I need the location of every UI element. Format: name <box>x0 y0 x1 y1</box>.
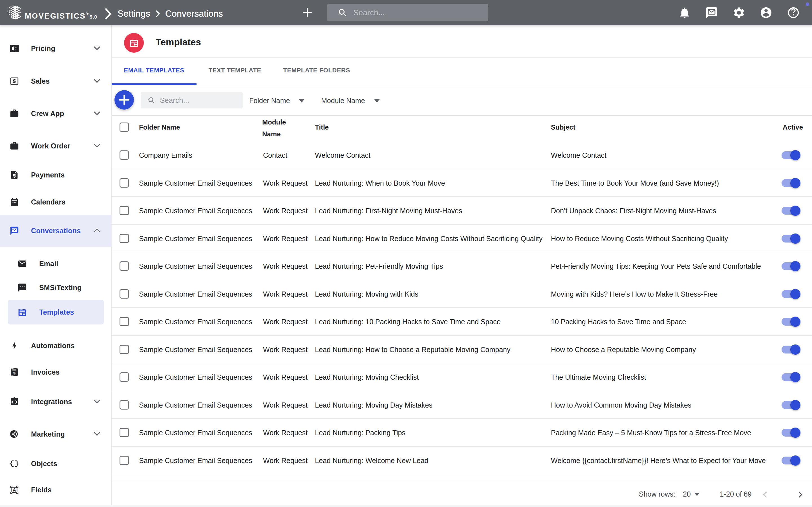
svg-text:$: $ <box>13 371 15 375</box>
svg-text:A: A <box>13 487 16 492</box>
